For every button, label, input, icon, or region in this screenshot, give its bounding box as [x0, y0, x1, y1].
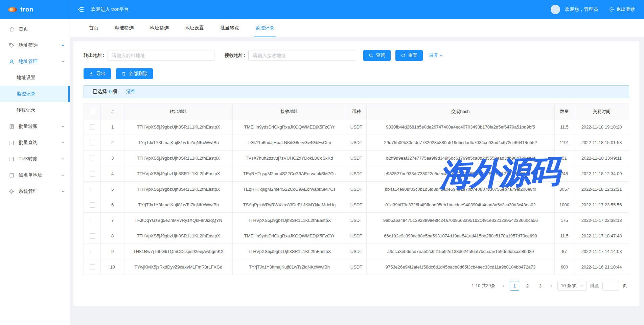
- table-row: 4 TTHVpXS5jJ9gbzUjh8SR1L1KL2fhEastpX TEq…: [84, 166, 629, 182]
- select-all-checkbox[interactable]: [90, 109, 95, 114]
- next-page-button[interactable]: [548, 284, 554, 288]
- download-icon: [89, 71, 94, 76]
- row-checkbox[interactable]: [90, 171, 95, 177]
- logo-icon: [8, 7, 17, 12]
- tab-precise-filter[interactable]: 精准筛选: [107, 19, 142, 37]
- row-checkbox[interactable]: [90, 124, 95, 130]
- tab-label: 精准筛选: [115, 25, 134, 31]
- expand-toggle[interactable]: 展开: [429, 52, 443, 59]
- sidebar-item-transfer-records[interactable]: 转账记录: [0, 102, 70, 118]
- delete-all-button[interactable]: 全部删除: [116, 68, 153, 79]
- tab-home[interactable]: 首页: [81, 19, 107, 37]
- row-checkbox-cell: [84, 244, 101, 259]
- row-checkbox[interactable]: [90, 249, 95, 254]
- row-hash: 66c192e9c390de88e5ba5931074d19ae541ad415…: [367, 228, 555, 244]
- sidebar: 首页 地址筛选 地址管理 地址设置 监控记录 转账记录 批量转账 批量查询: [0, 19, 70, 325]
- tab-monitor-records[interactable]: 监控记录: [247, 19, 282, 37]
- jump-label: 跳至: [590, 283, 599, 289]
- tab-label: 首页: [89, 25, 98, 31]
- sidebar-item-batch-query[interactable]: 批量查询: [0, 135, 70, 151]
- row-time: 2022-11-17 22:38:18: [574, 213, 629, 228]
- page-button-2[interactable]: 2: [523, 281, 532, 291]
- tab-label: 批量转账: [220, 25, 239, 31]
- prev-page-button[interactable]: [501, 284, 506, 288]
- sidebar-item-address-filter[interactable]: 地址筛选: [0, 37, 70, 53]
- row-from-address: TTHVpXS5jJ9gbzUjh8SR1L1KL2fhEastpX: [124, 119, 233, 135]
- reset-button-label: 重置: [408, 52, 417, 59]
- search-button-label: 查询: [376, 52, 385, 59]
- sidebar-item-address-settings[interactable]: 地址设置: [0, 70, 70, 86]
- home-icon: [9, 26, 15, 32]
- selection-bar: 已选择 0 项 清空: [84, 85, 629, 98]
- logout-button[interactable]: 退出登录: [609, 6, 635, 13]
- sidebar-item-label: 地址管理: [19, 59, 38, 65]
- row-index: 1: [101, 119, 124, 135]
- row-checkbox[interactable]: [90, 140, 95, 145]
- row-index: 4: [101, 166, 124, 182]
- row-to-address: TYrjTJx1Y3hmajKujf81wTsZiqNKcWwfBh: [233, 259, 346, 275]
- table-row: 8 TTHVpXS5jJ9gbzUjh8SR1L1KL2fhEastpX TME…: [84, 228, 629, 244]
- row-index: 10: [101, 259, 124, 275]
- reset-button[interactable]: 重置: [395, 50, 423, 61]
- row-from-address: TYrjTJx1Y3hmajKujf81wTsZiqNKcWwfBh: [124, 197, 233, 213]
- sidebar-item-home[interactable]: 首页: [0, 21, 70, 37]
- row-to-address: TEqRHTqsgM2me4S22CcG9AEorwabkSM7Cs: [233, 166, 346, 182]
- pagination-total: 1-10 共29条: [472, 283, 495, 289]
- page-button-3[interactable]: 3: [535, 281, 545, 291]
- sidebar-item-label: 黑名单地址: [19, 172, 42, 178]
- row-checkbox-cell: [84, 166, 101, 182]
- row-checkbox[interactable]: [90, 264, 95, 270]
- row-from-address: TTHVpXS5jJ9gbzUjh8SR1L1KL2fhEastpX: [124, 182, 233, 197]
- to-address-input[interactable]: [248, 50, 355, 61]
- sidebar-item-monitor-records[interactable]: 监控记录: [0, 86, 70, 102]
- table-row: 10 TYwjKMX5jsRxdDyvZ9caxvM1FmR8rLFXGd TY…: [84, 259, 629, 275]
- jump-page-input[interactable]: [602, 281, 619, 291]
- sidebar-item-batch-transfer[interactable]: 批量转账: [0, 118, 70, 135]
- expand-label: 展开: [429, 52, 438, 59]
- from-address-input[interactable]: [108, 50, 214, 61]
- tab-batch-transfer[interactable]: 批量转账: [212, 19, 247, 37]
- row-amount: 51: [555, 150, 574, 166]
- row-checkbox[interactable]: [90, 187, 95, 192]
- row-coin: USDT: [346, 135, 367, 150]
- chevron-down-icon: [61, 157, 65, 161]
- sidebar-item-blacklist[interactable]: 黑名单地址: [0, 167, 70, 183]
- row-hash: e982527be933df738022e5dec45f97b7c73b608d…: [367, 166, 555, 182]
- row-checkbox[interactable]: [90, 202, 95, 208]
- row-from-address: TFJfDqYGzBg5eZnMVvRy1XQkF9rJi2qQYN: [124, 213, 233, 228]
- row-index: 6: [101, 197, 124, 213]
- row-amount: 87: [555, 244, 574, 259]
- row-amount: 600: [555, 259, 574, 275]
- sidebar-item-trx-transfer[interactable]: TRX转账: [0, 151, 70, 167]
- row-amount: 3057: [555, 182, 574, 197]
- tab-address-settings[interactable]: 地址设置: [177, 19, 212, 37]
- row-checkbox-cell: [84, 182, 101, 197]
- row-time: 2022-11-17 18:47:48: [574, 228, 629, 244]
- page-size-value: 10 条/页: [561, 283, 577, 289]
- delete-all-button-label: 全部删除: [129, 71, 147, 77]
- row-coin: USDT: [346, 166, 367, 182]
- row-checkbox[interactable]: [90, 233, 95, 239]
- row-checkbox[interactable]: [90, 156, 95, 161]
- sidebar-item-label: TRX转账: [19, 156, 38, 162]
- row-checkbox[interactable]: [90, 218, 95, 223]
- sidebar-item-system-management[interactable]: 系统管理: [0, 183, 70, 200]
- tab-label: 地址筛选: [150, 25, 169, 31]
- profile-icon: [9, 140, 15, 146]
- selection-count: 0: [109, 89, 112, 94]
- chevron-down-icon: [439, 54, 443, 57]
- row-amount: 11.5: [555, 228, 574, 244]
- menu-fold-icon[interactable]: [77, 6, 84, 13]
- page-size-select[interactable]: 10 条/页: [557, 281, 587, 291]
- export-button[interactable]: 导出: [84, 68, 111, 79]
- column-header-to: 接收地址: [233, 104, 346, 119]
- page-button-1[interactable]: 1: [510, 281, 519, 291]
- tab-address-filter[interactable]: 地址筛选: [142, 19, 177, 37]
- clear-selection-link[interactable]: 清空: [126, 89, 136, 95]
- row-amount: 748: [555, 166, 574, 182]
- chevron-down-icon: [61, 173, 65, 177]
- avatar[interactable]: [551, 5, 560, 14]
- sidebar-item-label: 系统管理: [19, 188, 38, 194]
- search-button[interactable]: 查询: [363, 50, 391, 61]
- sidebar-item-address-management[interactable]: 地址管理: [0, 53, 70, 70]
